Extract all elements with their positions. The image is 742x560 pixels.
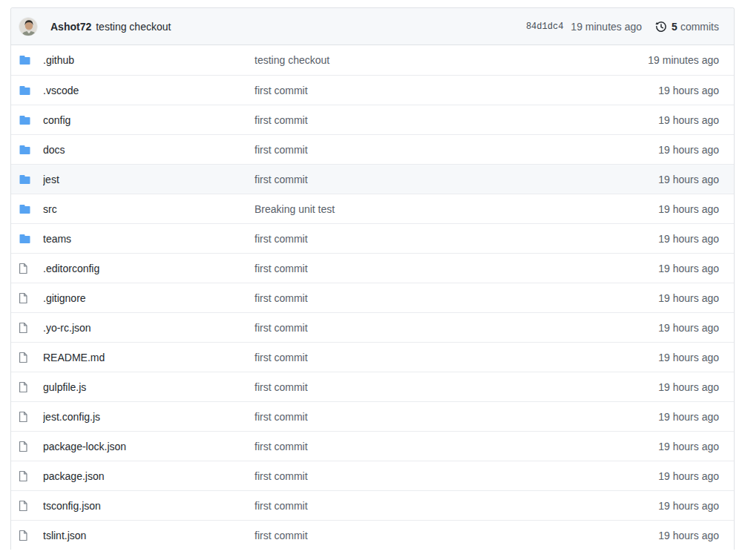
commit-hash-link[interactable]: 84d1dc4: [526, 22, 563, 32]
file-row-tslint.json[interactable]: tslint.json first commit 19 hours ago: [11, 520, 734, 550]
commits-history-link[interactable]: 5 commits: [655, 21, 719, 33]
file-name-link[interactable]: package-lock.json: [43, 441, 255, 452]
commit-timestamp: 19 minutes ago: [571, 21, 642, 33]
file-commit-message-link[interactable]: first commit: [255, 174, 658, 185]
file-commit-time: 19 hours ago: [658, 233, 719, 245]
folder-icon: [19, 233, 31, 245]
file-commit-message-link[interactable]: first commit: [255, 441, 658, 452]
file-commit-time: 19 hours ago: [658, 441, 719, 452]
file-row-gulpfile.js[interactable]: gulpfile.js first commit 19 hours ago: [11, 372, 734, 401]
file-commit-time: 19 hours ago: [658, 500, 719, 512]
file-name-link[interactable]: package.json: [43, 470, 255, 482]
row-icon-cell: [19, 441, 43, 452]
file-name-link[interactable]: .vscode: [43, 85, 255, 96]
file-name-link[interactable]: README.md: [43, 352, 255, 363]
file-list: .github testing checkout 19 minutes ago …: [11, 45, 734, 550]
row-icon-cell: [19, 352, 43, 363]
file-commit-message-link[interactable]: first commit: [255, 85, 658, 96]
file-row-config[interactable]: config first commit 19 hours ago: [11, 105, 734, 134]
file-commit-message-link[interactable]: first commit: [255, 352, 658, 363]
file-name-link[interactable]: jest: [43, 174, 255, 185]
file-commit-message-link[interactable]: first commit: [255, 292, 658, 304]
file-browser: Ashot72 testing checkout 84d1dc4 19 minu…: [10, 7, 735, 550]
file-commit-message-link[interactable]: first commit: [255, 144, 658, 156]
file-name-link[interactable]: src: [43, 203, 255, 215]
file-row-package.json[interactable]: package.json first commit 19 hours ago: [11, 461, 734, 490]
file-commit-message-link[interactable]: Breaking unit test: [255, 203, 658, 215]
file-icon: [19, 292, 28, 304]
file-row-package-lock.json[interactable]: package-lock.json first commit 19 hours …: [11, 431, 734, 461]
file-commit-time: 19 hours ago: [658, 352, 719, 363]
file-commit-message-link[interactable]: first commit: [255, 470, 658, 482]
file-name-link[interactable]: .yo-rc.json: [43, 322, 255, 334]
file-row-.gitignore[interactable]: .gitignore first commit 19 hours ago: [11, 283, 734, 312]
folder-icon: [19, 144, 31, 156]
file-row-jest[interactable]: jest first commit 19 hours ago: [11, 164, 734, 194]
file-row-src[interactable]: src Breaking unit test 19 hours ago: [11, 194, 734, 223]
row-icon-cell: [19, 530, 43, 541]
file-commit-message-link[interactable]: first commit: [255, 322, 658, 334]
file-row-.github[interactable]: .github testing checkout 19 minutes ago: [11, 45, 734, 75]
file-name-link[interactable]: tslint.json: [43, 530, 255, 541]
file-row-tsconfig.json[interactable]: tsconfig.json first commit 19 hours ago: [11, 490, 734, 520]
folder-icon: [19, 203, 31, 215]
file-commit-message-link[interactable]: first commit: [255, 263, 658, 274]
row-icon-cell: [19, 174, 43, 185]
file-row-.yo-rc.json[interactable]: .yo-rc.json first commit 19 hours ago: [11, 312, 734, 342]
file-commit-message-link[interactable]: first commit: [255, 411, 658, 423]
file-name-link[interactable]: .github: [43, 54, 255, 66]
file-name-link[interactable]: teams: [43, 233, 255, 245]
row-icon-cell: [19, 54, 43, 66]
file-row-docs[interactable]: docs first commit 19 hours ago: [11, 134, 734, 164]
file-name-link[interactable]: .gitignore: [43, 292, 255, 304]
file-commit-message-link[interactable]: first commit: [255, 381, 658, 393]
file-name-link[interactable]: .editorconfig: [43, 263, 255, 274]
file-name-link[interactable]: config: [43, 114, 255, 126]
row-icon-cell: [19, 144, 43, 156]
row-icon-cell: [19, 233, 43, 245]
row-icon-cell: [19, 500, 43, 512]
row-icon-cell: [19, 470, 43, 482]
folder-icon: [19, 85, 31, 96]
file-icon: [19, 470, 28, 482]
folder-icon: [19, 114, 31, 126]
file-icon: [19, 530, 28, 541]
file-commit-time: 19 hours ago: [658, 144, 719, 156]
file-commit-time: 19 hours ago: [658, 322, 719, 334]
file-name-link[interactable]: jest.config.js: [43, 411, 255, 423]
file-commit-time: 19 hours ago: [658, 292, 719, 304]
file-commit-time: 19 hours ago: [658, 530, 719, 541]
file-commit-time: 19 hours ago: [658, 174, 719, 185]
file-row-README.md[interactable]: README.md first commit 19 hours ago: [11, 342, 734, 372]
file-row-jest.config.js[interactable]: jest.config.js first commit 19 hours ago: [11, 401, 734, 431]
file-commit-time: 19 minutes ago: [648, 54, 719, 66]
file-name-link[interactable]: tsconfig.json: [43, 500, 255, 512]
file-commit-message-link[interactable]: first commit: [255, 530, 658, 541]
file-row-.vscode[interactable]: .vscode first commit 19 hours ago: [11, 75, 734, 105]
commit-message-link[interactable]: testing checkout: [96, 21, 171, 33]
row-icon-cell: [19, 411, 43, 423]
file-commit-time: 19 hours ago: [658, 470, 719, 482]
row-icon-cell: [19, 263, 43, 274]
commits-count: 5: [672, 21, 677, 33]
file-icon: [19, 441, 28, 452]
row-icon-cell: [19, 381, 43, 393]
commit-author[interactable]: Ashot72: [50, 21, 91, 33]
file-icon: [19, 352, 28, 363]
file-row-teams[interactable]: teams first commit 19 hours ago: [11, 223, 734, 253]
file-commit-message-link[interactable]: first commit: [255, 500, 658, 512]
folder-icon: [19, 174, 31, 185]
folder-icon: [19, 54, 31, 66]
row-icon-cell: [19, 114, 43, 126]
file-commit-message-link[interactable]: testing checkout: [255, 54, 648, 66]
file-commit-time: 19 hours ago: [658, 114, 719, 126]
avatar[interactable]: [19, 17, 38, 36]
file-commit-time: 19 hours ago: [658, 263, 719, 274]
file-commit-message-link[interactable]: first commit: [255, 114, 658, 126]
file-name-link[interactable]: docs: [43, 144, 255, 156]
file-commit-message-link[interactable]: first commit: [255, 233, 658, 245]
file-row-.editorconfig[interactable]: .editorconfig first commit 19 hours ago: [11, 253, 734, 283]
file-name-link[interactable]: gulpfile.js: [43, 381, 255, 393]
file-icon: [19, 322, 28, 334]
row-icon-cell: [19, 203, 43, 215]
